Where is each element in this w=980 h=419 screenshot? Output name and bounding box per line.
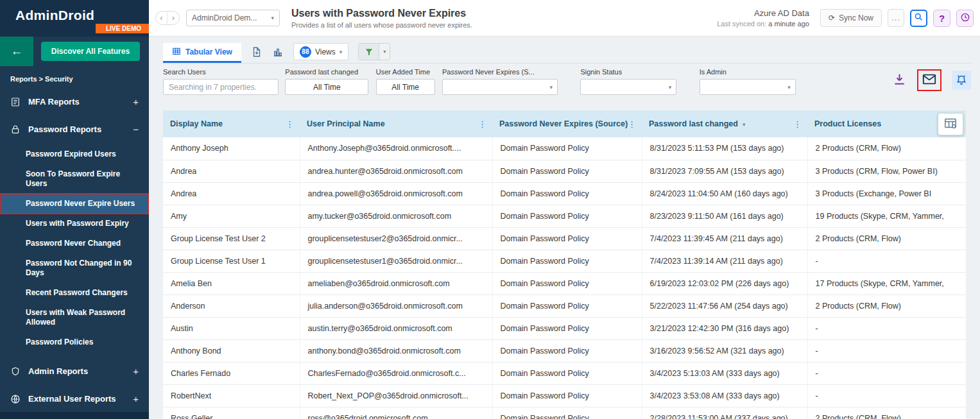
download-report-button[interactable] [892,72,907,89]
column-header[interactable]: Password last changed▾⋮ [642,110,807,137]
sidebar-item[interactable]: Recent Password Changers [0,283,149,303]
user-added-time-button[interactable]: All Time [376,79,435,95]
report-actions [892,69,971,91]
global-search-button[interactable] [910,10,927,27]
filter-button[interactable]: ▾ [358,43,390,60]
sync-now-label: Sync Now [839,13,873,22]
column-menu-icon[interactable]: ⋮ [628,119,636,129]
filter-label: Is Admin [700,68,796,76]
column-menu-icon[interactable]: ⋮ [478,119,486,129]
table-cell: 8/31/2023 7:09:55 AM (153 days ago) [642,160,807,182]
discover-all-features-button[interactable]: Discover All Features [41,42,140,61]
table-row[interactable]: Amelia Benameliaben@o365droid.onmicrosof… [163,272,966,295]
sidebar-item[interactable]: Password Never Expire Users [0,194,149,214]
main-area: ‹ › AdminDroid Dem... ▾ Users with Passw… [149,0,980,419]
sidebar-section-password-reports[interactable]: Password Reports − [0,115,149,143]
chevron-down-icon: ▾ [340,49,343,55]
table-cell: RobertNext [163,384,300,407]
column-header[interactable]: User Principal Name⋮ [300,110,492,137]
table-row[interactable]: Group License Test User 1grouplicensetes… [163,250,966,272]
table-cell: Domain Password Policy [492,384,642,407]
refresh-icon: ⟳ [829,13,835,22]
table-cell: 2 Products (CRM, Flow) [807,137,966,160]
table-row[interactable]: RobertNextRobert_Next_POP@o365droid.onmi… [163,384,966,407]
table-cell: Charles Fernado [163,362,300,384]
globe-icon [10,393,21,404]
tab-tabular-view[interactable]: Tabular View [163,43,241,63]
sidebar: AdminDroid LIVE DEMO ← Discover All Feat… [0,0,149,419]
column-menu-icon[interactable]: ⋮ [793,119,802,129]
table-cell: julia.anderson@o365droid.onmicrosoft.com [300,295,492,317]
audit-history-button[interactable] [956,10,974,27]
schedule-alert-button[interactable] [952,71,971,90]
table-row[interactable]: Andersonjulia.anderson@o365droid.onmicro… [163,295,966,317]
collapse-sidebar-button[interactable]: ← [0,37,33,66]
table-cell: Domain Password Policy [492,272,642,295]
chevron-down-icon: ▾ [550,84,553,90]
sidebar-item[interactable]: Password Never Changed [0,234,149,253]
sidebar-section-external-user-reports[interactable]: External User Reports + [0,385,149,413]
tenant-selector[interactable]: AdminDroid Dem... ▾ [186,10,280,26]
table-cell: - [807,317,966,339]
sidebar-section-mfa-reports[interactable]: MFA Reports + [0,88,149,115]
table-cell: Andrea [163,160,300,182]
table-cell: Andrea [163,182,300,205]
column-header[interactable]: Display Name⋮ [163,110,300,137]
sync-now-button[interactable]: ⟳ Sync Now [820,9,882,27]
signin-status-select[interactable]: ▾ [580,79,676,95]
search-users-input[interactable] [163,79,279,95]
table-cell: 3 Products (Exchange, Power BI [807,182,966,205]
password-last-changed-button[interactable]: All Time [285,79,368,95]
sidebar-item[interactable]: Users with Weak Password Allowed [0,303,149,332]
table-row[interactable]: Austinaustin.terry@o365droid.onmicrosoft… [163,317,966,339]
table-row[interactable]: Anthony JosephAnthony.Joseph@o365droid.o… [163,137,966,160]
sidebar-section-label: MFA Reports [28,97,80,107]
table-row[interactable]: Ross Gellerross@o365droid.onmicrosoft.co… [163,407,966,419]
views-label: Views [315,47,336,56]
table-cell: 6/19/2023 12:03:02 PM (226 days ago) [642,272,807,295]
column-header[interactable]: Password Never Expires (Source)⋮ [492,110,642,137]
table-row[interactable]: Andreaandrea.hunter@o365droid.onmicrosof… [163,160,966,182]
password-never-expires-select[interactable]: ▾ [442,79,558,95]
funnel-icon [359,44,379,60]
topbar-right: Azure AD Data Last synced on: a minute a… [717,8,974,28]
views-dropdown[interactable]: 88 Views ▾ [293,43,348,60]
table-cell: grouplicensetestuser1@o365droid.onmicr..… [300,250,492,272]
table-cell: Domain Password Policy [492,250,642,272]
graphical-view-icon[interactable] [272,46,284,58]
table-cell: 5/22/2023 11:47:56 AM (254 days ago) [642,295,807,317]
column-header-label: Password last changed [649,119,738,128]
help-button[interactable]: ? [933,10,950,27]
table-cell: 8/24/2023 11:04:50 AM (160 days ago) [642,182,807,205]
is-admin-select[interactable]: ▾ [700,79,796,95]
back-button[interactable]: ‹ [156,12,168,24]
table-row[interactable]: Anthony Bondanthony.bond@o365droid.onmic… [163,339,966,362]
table-row[interactable]: Amyamy.tucker@o365droid.onmicrosoft.comD… [163,205,966,227]
sidebar-item[interactable]: Users with Password Expiry [0,214,149,234]
email-report-button[interactable] [917,69,941,91]
table-row[interactable]: Group License Test User 2grouplicensetes… [163,227,966,250]
left-arrow-icon: ← [11,44,23,58]
table-cell: Domain Password Policy [492,205,642,227]
table-cell: - [807,250,966,272]
table-row[interactable]: Andreaandrea.powell@o365droid.onmicrosof… [163,182,966,205]
sidebar-item[interactable]: Password Policies [0,332,149,352]
column-menu-icon[interactable]: ⋮ [286,119,294,129]
table-cell: Anthony Joseph [163,137,300,160]
sidebar-item[interactable]: Password Not Changed in 90 Days [0,253,149,283]
sort-descending-icon[interactable]: ▾ [743,121,746,128]
sidebar-item[interactable]: Soon To Password Expire Users [0,164,149,194]
sidebar-section-admin-reports[interactable]: Admin Reports + [0,357,149,385]
export-report-icon[interactable] [251,46,262,58]
last-synced-label: Last synced on: [717,20,768,28]
table-cell: 3/4/2023 3:53:08 AM (333 days ago) [642,384,807,407]
sidebar-item[interactable]: Password Expired Users [0,144,149,164]
more-options-button[interactable]: ... [888,9,904,27]
table-row[interactable]: Charles FernadoCharlesFernado@o365droid.… [163,362,966,384]
table-cell: 8/31/2023 5:11:53 PM (153 days ago) [642,137,807,160]
forward-button[interactable]: › [168,12,179,24]
column-chooser-button[interactable] [938,113,963,135]
table-cell: Robert_Next_POP@o365droid.onmicrosoft... [300,384,492,407]
lock-icon [10,124,21,135]
filter-password-last-changed: Password last changed All Time [285,68,368,95]
